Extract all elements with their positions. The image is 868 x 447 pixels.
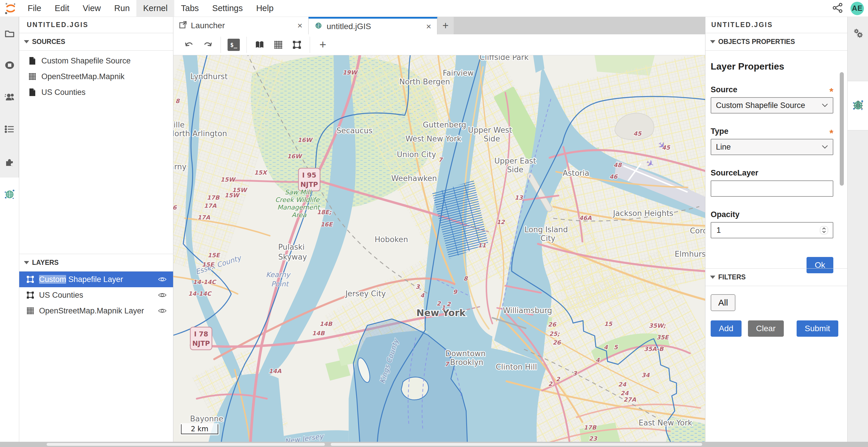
grid-icon (26, 307, 35, 315)
sources-section-header[interactable]: SOURCES (19, 33, 173, 50)
map-label: 15X (254, 169, 268, 176)
eye-icon[interactable] (158, 276, 167, 283)
horizontal-scrollbar[interactable] (46, 443, 325, 446)
source-item[interactable]: Custom Shapefile Source (19, 53, 173, 69)
eye-icon[interactable] (158, 292, 167, 298)
map-canvas[interactable]: I 95 NJTP I 78 NJTP Cliffside ParkFairvi… (174, 55, 705, 442)
source-item-label: Custom Shapefile Source (41, 57, 130, 66)
map-label: Brooklyn (450, 358, 484, 367)
chevron-down-icon (710, 40, 715, 43)
menu-view[interactable]: View (76, 0, 107, 16)
map-label: Hoboken (375, 235, 408, 244)
map-label: Jackson Heights (613, 209, 673, 218)
svg-text:NJTP: NJTP (192, 340, 210, 347)
user-avatar[interactable]: AE (850, 2, 864, 15)
layer-properties-heading: Layer Properties (711, 61, 833, 72)
layer-item-us-counties[interactable]: US Counties (19, 287, 173, 303)
chevron-down-icon (24, 40, 29, 43)
tab-launcher[interactable]: Launcher × (174, 17, 309, 34)
close-icon[interactable]: × (426, 22, 431, 31)
grid-icon[interactable] (270, 37, 286, 53)
undo-icon[interactable] (181, 37, 197, 53)
map-label: Skyway (278, 252, 307, 261)
menu-kernel[interactable]: Kernel (136, 0, 174, 16)
menu-tabs[interactable]: Tabs (174, 0, 206, 16)
map-label: Corona (690, 227, 705, 235)
source-select[interactable]: Custom Shapefile Source (711, 97, 833, 113)
map-label: 3 (415, 283, 420, 290)
map-label: Area (292, 211, 307, 218)
file-browser-icon[interactable] (0, 25, 19, 41)
vector-polygon-icon[interactable] (289, 37, 305, 53)
right-panel-title: UNTITLED.JGIS (705, 17, 847, 33)
scale-bar-label: 2 km (181, 424, 218, 434)
svg-text:I 78: I 78 (194, 330, 208, 338)
menu-help[interactable]: Help (249, 0, 280, 16)
layer-item-openstreetmap[interactable]: OpenStreetMap.Mapnik Layer (19, 303, 173, 319)
bottom-scrollbar-strip (0, 442, 868, 447)
map-label: eville (174, 121, 185, 129)
source-item[interactable]: US Counties (19, 84, 173, 100)
map-label: 24 (620, 390, 629, 397)
map-label: 14-14C (188, 290, 212, 297)
menu-run[interactable]: Run (107, 0, 136, 16)
property-inspector-icon[interactable] (847, 25, 868, 41)
map-label: Weehawken (391, 174, 437, 183)
launcher-icon (179, 21, 187, 31)
map-label: 15W (225, 192, 240, 199)
map-label: 24 (618, 381, 626, 388)
open-book-icon[interactable] (251, 37, 268, 53)
type-select-value: Line (716, 143, 731, 151)
filter-all-select[interactable]: All (711, 294, 736, 311)
menu-edit[interactable]: Edit (48, 0, 76, 16)
layer-item-custom-shapefile[interactable]: Custom Shapefile Layer (19, 272, 173, 287)
close-icon[interactable]: × (297, 21, 303, 30)
add-layer-button[interactable]: + (315, 37, 331, 53)
type-select[interactable]: Line (711, 139, 833, 155)
scale-bar: 2 km (180, 423, 219, 435)
map-label: 15E (208, 252, 221, 259)
objects-properties-header[interactable]: OBJECTS PROPERTIES (705, 33, 847, 50)
submit-filter-button[interactable]: Submit (797, 320, 838, 337)
menu-file[interactable]: File (21, 0, 48, 16)
collaboration-users-icon[interactable] (0, 89, 19, 105)
running-kernels-icon[interactable] (0, 57, 19, 73)
filters-section-header[interactable]: FILTERS (705, 269, 847, 286)
grid-icon (28, 73, 37, 80)
source-item-label: OpenStreetMap.Mapnik (41, 72, 124, 81)
chevron-down-icon (24, 261, 29, 264)
jupytergis-panel-icon[interactable] (847, 97, 868, 113)
type-label: Type (711, 127, 728, 136)
tab-untitled-jgis[interactable]: untitled.jGIS × (309, 17, 437, 34)
table-of-contents-icon[interactable] (0, 121, 19, 137)
map-label: Guttenberg (423, 121, 466, 129)
layers-section-header[interactable]: LAYERS (19, 254, 173, 272)
eye-icon[interactable] (158, 308, 167, 314)
filters-header-label: FILTERS (718, 273, 746, 281)
jgis-file-icon (314, 22, 322, 32)
console-icon[interactable]: $_ (225, 37, 242, 53)
map-label: 2 (447, 301, 451, 308)
map-label: Bayonne (190, 414, 223, 423)
number-stepper-icon[interactable] (820, 226, 828, 234)
share-icon[interactable] (833, 3, 843, 14)
map-label: 45 (633, 130, 642, 137)
map-label: Williamsburg (503, 306, 552, 315)
horizontal-scrollbar[interactable] (331, 443, 702, 446)
sources-header-label: SOURCES (32, 38, 65, 46)
menu-settings[interactable]: Settings (206, 0, 249, 16)
layer-item-label: Custom Shapefile Layer (39, 275, 123, 284)
add-filter-button[interactable]: Add (711, 320, 742, 337)
map-label: Union City (397, 150, 436, 159)
new-tab-button[interactable]: + (437, 17, 454, 34)
right-panel-scrollbar[interactable] (840, 72, 844, 186)
map-label: 17A (204, 202, 217, 209)
clear-filter-button[interactable]: Clear (748, 320, 784, 337)
jupytergis-globe-icon[interactable] (0, 186, 19, 203)
extension-manager-icon[interactable] (0, 153, 19, 170)
sourcelayer-input[interactable] (716, 184, 828, 194)
opacity-input[interactable] (716, 226, 820, 235)
source-item[interactable]: OpenStreetMap.Mapnik (19, 69, 173, 84)
redo-icon[interactable] (199, 37, 216, 53)
map-label: 2 (548, 380, 553, 387)
